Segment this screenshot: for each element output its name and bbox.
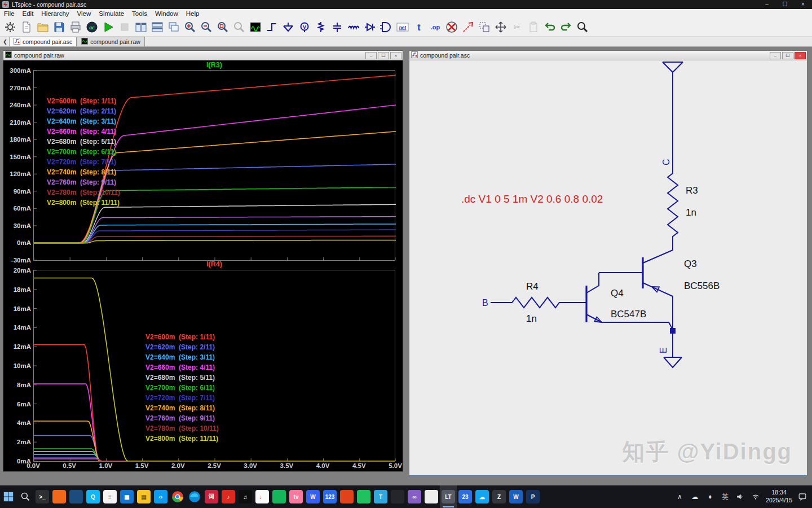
tray-tray-expand-icon[interactable]: ∧ bbox=[674, 492, 685, 502]
menu-help[interactable]: Help bbox=[182, 10, 204, 17]
transistor-Q3-symbol[interactable] bbox=[599, 250, 673, 296]
start-button[interactable] bbox=[0, 485, 17, 508]
taskbar-telegram[interactable]: T bbox=[372, 485, 389, 508]
toolbar-redo-icon[interactable] bbox=[559, 20, 573, 34]
toolbar-save-icon[interactable] bbox=[52, 20, 67, 34]
label-r3-value[interactable]: 1n bbox=[686, 207, 696, 218]
toolbar-zoom-in-icon[interactable] bbox=[183, 20, 197, 34]
taskbar-bilibili[interactable]: tv bbox=[288, 485, 304, 508]
ground-symbol-top[interactable] bbox=[663, 62, 683, 72]
taskbar-visual-studio[interactable]: ∞ bbox=[406, 485, 423, 508]
toolbar-zoom-full-extents-icon[interactable] bbox=[215, 20, 230, 34]
taskbar-app-23[interactable]: 23 bbox=[457, 485, 474, 508]
taskbar-store[interactable]: ▦ bbox=[118, 485, 135, 508]
toolbar-search-icon[interactable] bbox=[575, 20, 590, 34]
transistor-Q4-symbol[interactable] bbox=[586, 273, 673, 330]
taskbar-search-button[interactable] bbox=[17, 485, 34, 508]
toolbar-edit-simulation-cmd-icon[interactable]: ac bbox=[85, 20, 99, 34]
window-minimize-button[interactable]: – bbox=[758, 0, 776, 9]
toolbar-view-waveform-icon[interactable] bbox=[248, 20, 263, 34]
tab-compound-pair-raw[interactable]: compound pair.raw bbox=[77, 37, 145, 46]
toolbar-run-icon[interactable] bbox=[101, 20, 116, 34]
taskbar-clock[interactable]: 18:34 2025/4/15 bbox=[766, 489, 792, 504]
taskbar-app-white[interactable] bbox=[423, 485, 440, 508]
menu-hierarchy[interactable]: Hierarchy bbox=[37, 10, 73, 17]
label-q3-value[interactable]: BC556B bbox=[684, 281, 720, 291]
resistor-R4-symbol[interactable] bbox=[491, 297, 586, 308]
taskbar-cloud-123[interactable]: 123 bbox=[321, 485, 338, 508]
menu-edit[interactable]: Edit bbox=[19, 10, 38, 17]
toolbar-place-diode-icon[interactable] bbox=[363, 20, 377, 34]
spice-directive-text[interactable]: .dc V1 0 5 1m V2 0.6 0.8 0.02 bbox=[461, 193, 603, 205]
toolbar-zoom-out-icon[interactable] bbox=[199, 20, 214, 34]
label-q3-ref[interactable]: Q3 bbox=[684, 259, 697, 269]
toolbar-find-marker-icon[interactable] bbox=[461, 20, 475, 34]
toolbar-place-inductor-icon[interactable] bbox=[346, 20, 361, 34]
toolbar-copy-icon[interactable] bbox=[477, 20, 492, 34]
schematic-close-button[interactable]: × bbox=[795, 52, 806, 59]
taskbar-notepad[interactable]: ≡ bbox=[102, 485, 118, 508]
taskbar-qq[interactable]: Q bbox=[85, 485, 102, 508]
taskbar-tiktok[interactable]: ♫ bbox=[237, 485, 254, 508]
label-r3-ref[interactable]: R3 bbox=[686, 185, 698, 196]
menu-file[interactable]: File bbox=[0, 10, 19, 17]
label-r4-value[interactable]: 1n bbox=[526, 313, 537, 324]
toolbar-new-schematic-icon[interactable] bbox=[19, 20, 34, 34]
taskbar-firefox[interactable] bbox=[51, 485, 68, 508]
toolbar-label-net-icon[interactable]: V bbox=[297, 20, 312, 34]
toolbar-tile-vertically-icon[interactable] bbox=[134, 20, 148, 34]
tray-defender-icon[interactable]: ♦ bbox=[705, 492, 715, 502]
taskbar-word[interactable]: W bbox=[508, 485, 524, 508]
taskbar-baidu-netdisk[interactable]: ☁ bbox=[474, 485, 491, 508]
notification-center-icon[interactable] bbox=[797, 492, 807, 502]
taskbar-zotero[interactable]: Z bbox=[491, 485, 508, 508]
window-close-button[interactable]: × bbox=[794, 0, 812, 9]
taskbar-qq-music[interactable]: ♩ bbox=[254, 485, 271, 508]
tab-compound-pair-asc[interactable]: compound pair.asc bbox=[9, 37, 77, 46]
toolbar-drag-icon[interactable] bbox=[493, 20, 508, 34]
schematic-window-titlebar[interactable]: compound pair.asc – ☐ × bbox=[409, 51, 807, 60]
toolbar-place-capacitor-icon[interactable] bbox=[330, 20, 345, 34]
taskbar-app-green[interactable] bbox=[271, 485, 288, 508]
taskbar-ltspice[interactable]: LT bbox=[440, 485, 457, 508]
taskbar-netease-music[interactable]: ♪ bbox=[220, 485, 237, 508]
waveform-minimize-button[interactable]: – bbox=[365, 52, 377, 59]
waveform-plot-pane[interactable]: I(R3)300mA270mA240mA210mA180mA150mA120mA… bbox=[3, 60, 403, 471]
taskbar-devtools[interactable] bbox=[68, 485, 85, 508]
toolbar-draw-wire-icon[interactable] bbox=[264, 20, 279, 34]
menu-tools[interactable]: Tools bbox=[128, 10, 151, 17]
taskbar-pycharm[interactable]: P bbox=[524, 485, 541, 508]
tray-volume-icon[interactable] bbox=[735, 492, 745, 502]
taskbar-youdao-dict[interactable]: 词 bbox=[203, 485, 220, 508]
resistor-R3-symbol[interactable] bbox=[668, 170, 678, 250]
toolbar-control-panel-icon[interactable] bbox=[3, 20, 17, 34]
toolbar-delete-icon[interactable] bbox=[444, 20, 459, 34]
toolbar-open-icon[interactable] bbox=[36, 20, 50, 34]
label-q4-value[interactable]: BC547B bbox=[611, 309, 646, 319]
toolbar-tile-horizontally-icon[interactable] bbox=[150, 20, 165, 34]
toolbar-place-component-icon[interactable] bbox=[379, 20, 394, 34]
schematic-canvas[interactable]: R3 1n Q3 BC556B Q4 BC547B R4 1n B C E .d… bbox=[409, 60, 807, 475]
toolbar-place-resistor-icon[interactable] bbox=[314, 20, 328, 34]
menu-simulate[interactable]: Simulate bbox=[95, 10, 128, 17]
taskbar-wechat[interactable] bbox=[355, 485, 372, 508]
toolbar-undo-icon[interactable] bbox=[542, 20, 557, 34]
window-maximize-button[interactable]: ☐ bbox=[776, 0, 794, 9]
taskbar-vscode[interactable]: ‹› bbox=[152, 485, 169, 508]
net-label-e[interactable]: E bbox=[659, 347, 668, 353]
toolbar-spice-directive-icon[interactable]: .op bbox=[428, 20, 443, 34]
taskbar-file-explorer[interactable]: ▤ bbox=[135, 485, 152, 508]
toolbar-cascade-windows-icon[interactable] bbox=[166, 20, 181, 34]
menu-view[interactable]: View bbox=[73, 10, 95, 17]
schematic-restore-button[interactable]: ☐ bbox=[782, 52, 793, 59]
tray-network-icon[interactable] bbox=[751, 492, 761, 502]
tray-onedrive-icon[interactable]: ☁ bbox=[690, 492, 700, 502]
taskbar-wps[interactable]: W bbox=[304, 485, 321, 508]
toolbar-place-text-icon[interactable]: t bbox=[412, 20, 426, 34]
taskbar-edge[interactable] bbox=[186, 485, 203, 508]
waveform-window-titlebar[interactable]: compound pair.raw – ☐ × bbox=[3, 51, 403, 60]
taskbar-jd[interactable] bbox=[338, 485, 355, 508]
window-titlebar[interactable]: LTspice - compound pair.asc – ☐ × bbox=[0, 0, 812, 9]
net-label-b[interactable]: B bbox=[482, 298, 488, 308]
waveform-close-button[interactable]: × bbox=[390, 52, 401, 59]
